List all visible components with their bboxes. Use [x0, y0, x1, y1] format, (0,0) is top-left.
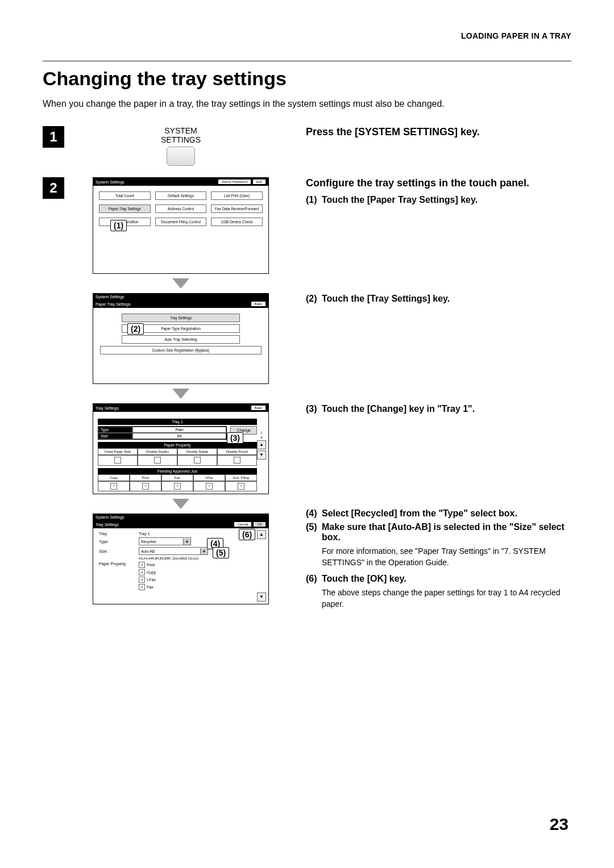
type-select[interactable]: Recycled ▼	[139, 537, 191, 545]
type-value: Plain	[132, 427, 226, 433]
fax-data-button[interactable]: Fax Data Receive/Forward	[211, 205, 263, 213]
step-2: 2 System Settings Admin Password Exit To…	[43, 177, 571, 615]
screen-paper-tray-settings: System Settings Paper Tray Settings Back…	[93, 293, 269, 384]
checkbox[interactable]: ✓	[238, 483, 244, 490]
callout-2: (2)	[127, 323, 144, 335]
screen-subtitle: Paper Tray Settings	[96, 302, 130, 306]
size-value: B4	[132, 433, 226, 439]
sub-number: (2)	[306, 294, 322, 304]
prop-fixed-side: Fixed Paper Side	[98, 448, 138, 455]
step-number: 1	[43, 126, 64, 148]
check-fax[interactable]: ✓	[139, 584, 145, 590]
sub-instruction: Touch the [OK] key.	[322, 574, 571, 584]
job-docfiling: Doc. Filing	[225, 474, 257, 481]
doc-filing-control-button[interactable]: Document Filing Control	[155, 218, 207, 226]
paper-tray-settings-button[interactable]: Paper Tray Settings	[99, 205, 151, 213]
type-select-value: Recycled	[139, 540, 183, 544]
step-1: 1 SYSTEM SETTINGS Press the [SYSTEM SETT…	[43, 126, 571, 166]
callout-1: (1)	[110, 220, 127, 231]
type-label: Type	[98, 427, 132, 433]
auto-tray-switching-button[interactable]: Auto Tray Switching	[122, 335, 240, 344]
scroll-up-button[interactable]: ▲	[257, 440, 266, 449]
sub-instruction: Touch the [Paper Tray Settings] key.	[322, 195, 571, 205]
size-select[interactable]: Auto-AB ▼	[139, 547, 208, 555]
sub-instruction: Make sure that [Auto-AB] is selected in …	[322, 522, 571, 542]
sub-note: The above steps change the paper setting…	[322, 587, 571, 610]
arrow-down-icon	[172, 278, 189, 289]
sub-instruction: Select [Recycled] from the "Type" select…	[322, 508, 571, 519]
sub-number: (3)	[306, 404, 322, 414]
prop-disable-staple: Disable Staple	[177, 448, 217, 455]
system-settings-key[interactable]: SYSTEM SETTINGS	[161, 126, 201, 166]
page-number: 23	[550, 815, 569, 834]
sub-number: (6)	[306, 574, 322, 584]
step-instruction: Configure the tray settings in the touch…	[306, 177, 571, 189]
check-label: Copy	[147, 570, 156, 574]
screen-tray-settings-detail: Tray Settings Back Tray 1 Type Plain Siz…	[93, 403, 269, 494]
type-label: Type:	[99, 540, 139, 544]
job-copy: Copy	[98, 474, 130, 481]
scroll-down-button[interactable]: ▼	[257, 592, 266, 602]
checkbox[interactable]: ✓	[110, 483, 117, 490]
ok-button[interactable]: OK	[253, 521, 266, 527]
job-print: Print	[130, 474, 161, 481]
checkbox[interactable]	[194, 457, 201, 464]
checkbox[interactable]	[154, 457, 161, 464]
custom-size-registration-button[interactable]: Custom Size Registration (Bypass)	[100, 346, 262, 354]
callout-3: (3)	[227, 432, 243, 444]
list-print-button[interactable]: List Print (User)	[211, 191, 263, 200]
scroll-down-button[interactable]: ▼	[257, 450, 266, 460]
check-label: I-Fax	[147, 578, 156, 582]
tray-header: Tray 1	[98, 419, 257, 425]
screen-subtitle: Tray Settings	[96, 523, 119, 527]
default-settings-button[interactable]: Default Settings	[155, 191, 207, 200]
page-indicator: 6	[260, 436, 262, 439]
job-header: Feeding Approved Job	[98, 468, 257, 474]
checkbox[interactable]	[114, 457, 121, 464]
checkbox[interactable]: ✓	[206, 483, 213, 490]
admin-password-button[interactable]: Admin Password	[218, 179, 251, 185]
page-title: Changing the tray settings	[43, 68, 571, 90]
back-button[interactable]: Back	[251, 405, 266, 411]
size-note: A3,A4,A4R,B4,B5,B5R, 216x330(8 1/2x13)	[139, 557, 198, 560]
sub-instruction: Touch the [Tray Settings] key.	[322, 294, 571, 304]
screen-title: System Settings	[96, 515, 125, 519]
screen-tray-edit: System Settings Tray Settings Cancel OK …	[93, 514, 269, 604]
keycap-icon	[167, 147, 195, 166]
sub-number: (5)	[306, 522, 322, 542]
screen-title: System Settings	[96, 295, 125, 299]
cancel-button[interactable]: Cancel	[234, 521, 252, 527]
checkbox[interactable]: ✓	[174, 483, 181, 490]
scroll-up-button[interactable]: ▲	[257, 530, 266, 539]
check-label: Fax	[147, 585, 154, 589]
intro-text: When you change the paper in a tray, the…	[43, 99, 571, 109]
back-button[interactable]: Back	[251, 301, 266, 307]
key-label: SETTINGS	[161, 135, 201, 144]
exit-button[interactable]: Exit	[252, 179, 266, 185]
check-copy[interactable]: ✓	[139, 569, 145, 575]
arrow-down-icon	[172, 499, 189, 509]
check-ifax[interactable]: ✓	[139, 577, 145, 583]
section-header: LOADING PAPER IN A TRAY	[43, 31, 571, 40]
divider	[43, 60, 571, 62]
tray-value: Tray 1	[139, 532, 150, 536]
page-indicator: 1	[260, 431, 262, 435]
screen-title: System Settings	[96, 180, 125, 184]
dropdown-icon: ▼	[200, 548, 208, 554]
step-instruction: Press the [SYSTEM SETTINGS] key.	[306, 126, 571, 138]
check-print[interactable]: ✓	[139, 562, 145, 568]
check-label: Print	[147, 563, 155, 567]
size-select-value: Auto-AB	[139, 549, 200, 553]
usb-device-check-button[interactable]: USB-Device Check	[211, 218, 263, 226]
address-control-button[interactable]: Address Control	[155, 205, 207, 213]
checkbox[interactable]	[234, 457, 240, 464]
arrow-down-icon	[172, 389, 189, 399]
total-count-button[interactable]: Total Count	[99, 191, 151, 200]
tray-settings-button[interactable]: Tray Settings	[122, 314, 240, 322]
callout-5: (5)	[213, 547, 229, 558]
checkbox[interactable]: ✓	[142, 483, 149, 490]
job-fax: Fax	[161, 474, 193, 481]
screen-system-settings: System Settings Admin Password Exit Tota…	[93, 177, 269, 274]
tray-label: Tray:	[99, 532, 139, 536]
sub-instruction: Touch the [Change] key in "Tray 1".	[322, 404, 571, 414]
